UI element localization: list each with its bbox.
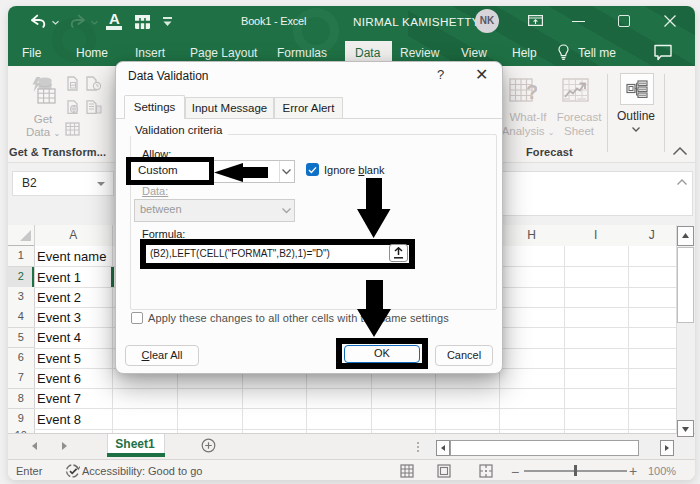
svg-text:?: ? bbox=[526, 81, 537, 103]
